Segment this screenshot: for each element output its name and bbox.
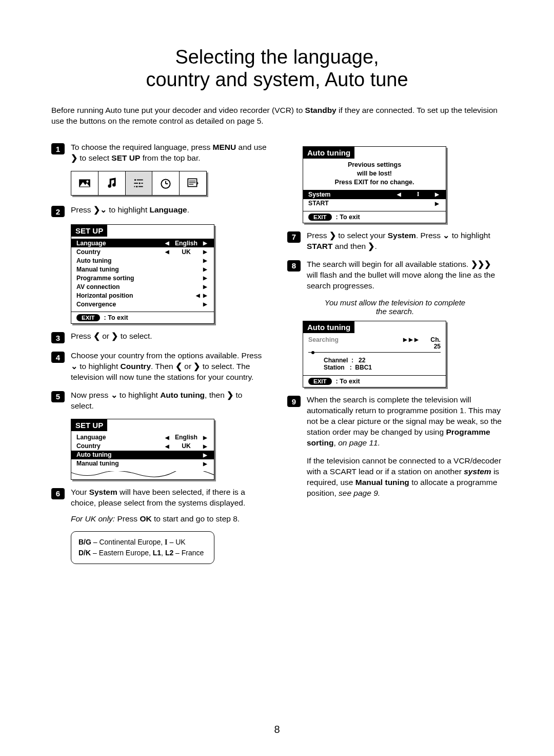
- step-8-note: You must allow the television to complet…: [287, 298, 503, 316]
- top-menu-icon-bar: [71, 171, 207, 196]
- step-2: 2 Press ❯⌄ to highlight Language.: [51, 205, 267, 217]
- svg-point-7: [136, 186, 138, 187]
- svg-point-1: [86, 181, 88, 183]
- page-number: 8: [0, 724, 554, 735]
- auto-tuning-search-panel: Auto tuning Searching ▶ ▶ ▶ Ch. 25 Chann…: [303, 321, 446, 387]
- system-legend-box: B/G – Continental Europe, I – UK D/K – E…: [71, 531, 214, 564]
- step-7: 7 Press ❯ to select your System. Press ⌄…: [287, 230, 503, 252]
- step-8: 8 The search will begin for all availabl…: [287, 259, 503, 292]
- step-1: 1 To choose the required language, press…: [51, 142, 267, 164]
- setup-menu-panel-torn: SET UP Language◀English▶ Country◀UK▶ Aut…: [71, 419, 214, 480]
- step-6: 6 Your System will have been selected, i…: [51, 487, 267, 525]
- svg-point-4: [139, 182, 141, 184]
- step-number: 1: [51, 143, 65, 154]
- setup-icon: [126, 171, 153, 195]
- menu-row-language: Language◀English▶: [71, 239, 214, 247]
- step-5: 5 Now press ⌄ to highlight Auto tuning, …: [51, 390, 267, 412]
- picture-icon: [71, 171, 98, 195]
- music-icon: [98, 171, 126, 195]
- left-column: 1 To choose the required language, press…: [51, 142, 267, 564]
- timer-icon: [152, 171, 180, 195]
- right-column: Auto tuning Previous settings will be lo…: [287, 142, 503, 564]
- step-4: 4 Choose your country from the options a…: [51, 351, 267, 383]
- exit-button-label: EXIT: [76, 314, 100, 321]
- step-9: 9 When the search is complete the televi…: [287, 395, 503, 498]
- progress-dot: [311, 351, 314, 354]
- page-title: Selecting the language, country and syst…: [51, 46, 503, 91]
- torn-edge: [71, 471, 214, 479]
- menu-row-country: Country◀UK▶: [76, 247, 209, 256]
- intro-paragraph: Before running Auto tune put your decode…: [51, 105, 503, 127]
- step-number: 2: [51, 206, 65, 217]
- step-3: 3 Press ❮ or ❯ to select.: [51, 331, 267, 343]
- svg-point-2: [134, 179, 136, 181]
- auto-tuning-confirm-panel: Auto tuning Previous settings will be lo…: [303, 146, 446, 223]
- setup-menu-panel: SET UP Language◀English▶ Country◀UK▶ Aut…: [71, 224, 214, 324]
- teletext-icon: [180, 171, 206, 195]
